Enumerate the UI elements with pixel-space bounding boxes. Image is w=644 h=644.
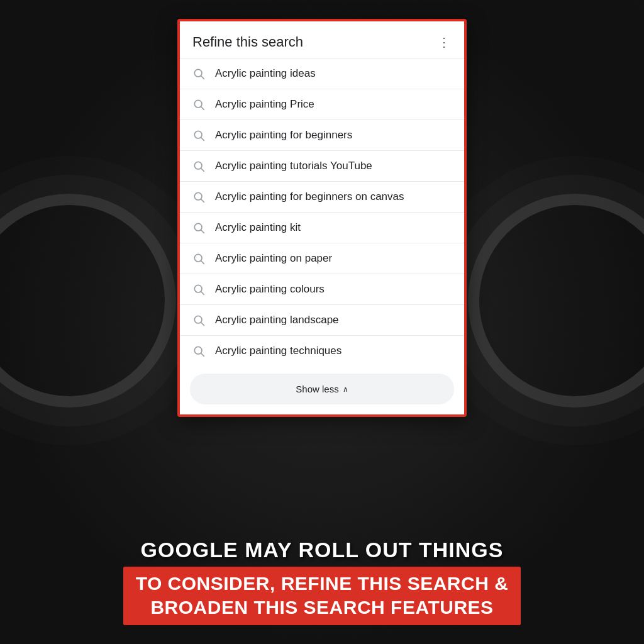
show-less-button[interactable]: Show less ∧	[190, 374, 454, 404]
search-icon	[192, 129, 205, 142]
search-item-text: Acrylic painting colours	[215, 283, 325, 296]
list-item[interactable]: Acrylic painting colours	[180, 274, 464, 305]
search-item-text: Acrylic painting for beginners	[215, 129, 352, 142]
search-item-text: Acrylic painting ideas	[215, 67, 316, 80]
search-icon	[192, 314, 205, 326]
refine-search-card: Refine this search ⋮ Acrylic painting id…	[177, 19, 467, 417]
search-item-text: Acrylic painting tutorials YouTube	[215, 160, 372, 172]
search-icon	[192, 67, 205, 80]
svg-line-13	[201, 261, 204, 264]
search-item-text: Acrylic painting on paper	[215, 252, 332, 265]
svg-line-11	[201, 230, 204, 233]
chevron-up-icon: ∧	[343, 385, 348, 394]
card-title: Refine this search	[192, 34, 303, 50]
search-suggestions-list: Acrylic painting ideas Acrylic painting …	[180, 58, 464, 366]
search-icon	[192, 221, 205, 234]
list-item[interactable]: Acrylic painting ideas	[180, 58, 464, 89]
list-item[interactable]: Acrylic painting on paper	[180, 243, 464, 274]
more-options-icon[interactable]: ⋮	[438, 36, 452, 48]
headline-line3: BROADEN THIS SEARCH FEATURES	[136, 596, 509, 619]
list-item[interactable]: Acrylic painting for beginners on canvas	[180, 182, 464, 213]
list-item[interactable]: Acrylic painting kit	[180, 213, 464, 243]
list-item[interactable]: Acrylic painting Price	[180, 89, 464, 120]
list-item[interactable]: Acrylic painting techniques	[180, 336, 464, 366]
svg-line-15	[201, 292, 204, 295]
search-item-text: Acrylic painting for beginners on canvas	[215, 191, 404, 203]
show-less-label: Show less	[296, 384, 338, 394]
svg-line-7	[201, 169, 204, 172]
search-icon	[192, 160, 205, 172]
headline-highlight-box: TO CONSIDER, REFINE THIS SEARCH & BROADE…	[123, 567, 521, 625]
list-item[interactable]: Acrylic painting landscape	[180, 305, 464, 336]
search-icon	[192, 283, 205, 296]
search-item-text: Acrylic painting techniques	[215, 345, 341, 357]
search-icon	[192, 191, 205, 203]
headline-line2: TO CONSIDER, REFINE THIS SEARCH &	[136, 572, 509, 596]
svg-line-19	[201, 353, 204, 357]
search-icon	[192, 98, 205, 111]
svg-line-9	[201, 199, 204, 203]
search-item-text: Acrylic painting Price	[215, 98, 314, 111]
svg-line-17	[201, 323, 204, 326]
search-item-text: Acrylic painting landscape	[215, 314, 339, 326]
search-icon	[192, 252, 205, 265]
search-icon	[192, 345, 205, 357]
headline-line1: GOOGLE MAY ROLL OUT THINGS	[25, 538, 619, 562]
bottom-text-area: GOOGLE MAY ROLL OUT THINGS TO CONSIDER, …	[0, 526, 644, 644]
list-item[interactable]: Acrylic painting tutorials YouTube	[180, 151, 464, 182]
svg-line-1	[201, 76, 204, 79]
card-header: Refine this search ⋮	[180, 21, 464, 58]
svg-line-3	[201, 107, 204, 110]
list-item[interactable]: Acrylic painting for beginners	[180, 120, 464, 151]
svg-line-5	[201, 138, 204, 141]
search-item-text: Acrylic painting kit	[215, 221, 301, 234]
